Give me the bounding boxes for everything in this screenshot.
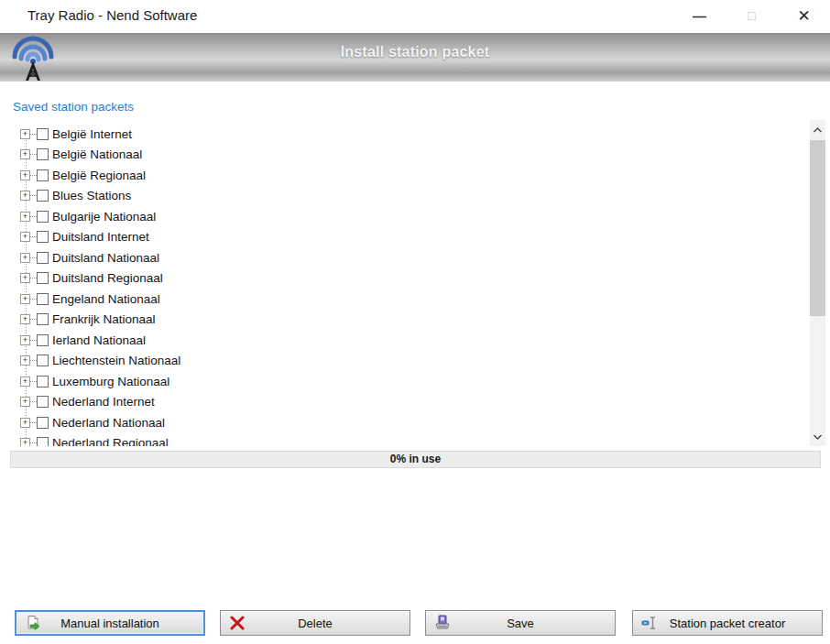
manual-installation-button[interactable]: Manual installation	[15, 610, 205, 636]
tree-scrollbar[interactable]	[810, 120, 825, 446]
saved-station-packets-link[interactable]: Saved station packets	[13, 100, 134, 114]
tree-connector	[30, 299, 37, 300]
tree-row: + Ierland Nationaal	[7, 330, 825, 351]
button-label: Save	[426, 617, 615, 630]
expand-plus-icon[interactable]: +	[20, 397, 30, 407]
station-label[interactable]: Bulgarije Nationaal	[52, 210, 156, 224]
header-banner: Install station packet	[0, 33, 830, 82]
station-checkbox[interactable]	[37, 169, 49, 181]
expand-plus-icon[interactable]: +	[20, 294, 30, 304]
delete-button[interactable]: Delete	[220, 610, 410, 636]
expand-plus-icon[interactable]: +	[20, 438, 30, 446]
station-checkbox[interactable]	[37, 252, 49, 264]
tree-row: + Nederland Internet	[7, 392, 825, 413]
station-label[interactable]: Nederland Nationaal	[52, 416, 165, 430]
progress-bar: 0% in use	[10, 451, 821, 468]
station-checkbox[interactable]	[37, 313, 49, 325]
station-packet-creator-button[interactable]: Station packet creator	[632, 610, 823, 636]
expand-plus-icon[interactable]: +	[20, 335, 30, 345]
delete-x-icon	[229, 615, 246, 631]
tree-row: + Bulgarije Nationaal	[7, 206, 825, 227]
tree-connector	[30, 442, 37, 443]
station-label[interactable]: Blues Stations	[52, 189, 131, 202]
scrollbar-thumb[interactable]	[810, 140, 825, 316]
window-title: Tray Radio - Nend Software	[27, 7, 197, 23]
station-checkbox[interactable]	[37, 334, 49, 346]
tree-connector	[30, 236, 37, 237]
expand-plus-icon[interactable]: +	[20, 377, 30, 387]
tree-row: + Duitsland Internet	[7, 227, 825, 248]
station-label[interactable]: Duitsland Nationaal	[52, 251, 159, 265]
tree-connector	[30, 401, 37, 402]
save-button[interactable]: Save	[425, 610, 616, 636]
expand-plus-icon[interactable]: +	[20, 253, 30, 263]
expand-plus-icon[interactable]: +	[20, 273, 30, 283]
tree-row: + België Regionaal	[7, 165, 825, 186]
station-label[interactable]: Nederland Regionaal	[52, 436, 169, 446]
tree-connector	[30, 175, 37, 176]
station-checkbox[interactable]	[37, 148, 49, 160]
expand-plus-icon[interactable]: +	[20, 149, 30, 159]
station-label[interactable]: Liechtenstein Nationaal	[52, 354, 180, 367]
station-checkbox[interactable]	[37, 355, 49, 366]
station-checkbox[interactable]	[37, 293, 49, 305]
expand-plus-icon[interactable]: +	[20, 212, 30, 222]
expand-plus-icon[interactable]: +	[20, 232, 30, 242]
tree-connector	[30, 195, 37, 196]
maximize-icon[interactable]: □	[726, 0, 778, 31]
expand-plus-icon[interactable]: +	[20, 355, 30, 366]
button-label: Station packet creator	[633, 617, 822, 630]
close-icon[interactable]: ✕	[778, 0, 830, 31]
expand-plus-icon[interactable]: +	[20, 314, 30, 324]
tree-connector	[30, 360, 37, 361]
station-checkbox[interactable]	[37, 128, 49, 140]
progress-label: 0% in use	[390, 453, 441, 465]
text-cursor-icon	[641, 615, 658, 631]
station-checkbox[interactable]	[37, 272, 49, 284]
window-controls: — □ ✕	[673, 0, 830, 31]
tree-connector	[30, 422, 37, 423]
station-checkbox[interactable]	[37, 190, 49, 202]
station-checkbox[interactable]	[37, 396, 49, 408]
tree-connector	[30, 134, 37, 135]
station-checkbox[interactable]	[37, 231, 49, 243]
tree-row: + Engeland Nationaal	[7, 289, 825, 310]
station-label[interactable]: Frankrijk Nationaal	[52, 312, 156, 326]
button-label: Manual installation	[16, 617, 203, 630]
station-checkbox[interactable]	[37, 211, 49, 223]
station-checkbox[interactable]	[37, 437, 49, 446]
station-checkbox[interactable]	[37, 417, 49, 429]
station-label[interactable]: Duitsland Regionaal	[52, 271, 163, 285]
station-label[interactable]: Duitsland Internet	[52, 230, 149, 244]
tree-row: + Frankrijk Nationaal	[7, 310, 825, 331]
station-label[interactable]: Luxemburg Nationaal	[52, 375, 169, 388]
station-label[interactable]: Nederland Internet	[52, 395, 155, 409]
station-checkbox[interactable]	[37, 376, 49, 387]
scroll-up-icon[interactable]	[810, 122, 825, 137]
header-title: Install station packet	[0, 44, 830, 60]
station-label[interactable]: Ierland Nationaal	[52, 333, 146, 347]
expand-plus-icon[interactable]: +	[20, 170, 30, 180]
scroll-down-icon[interactable]	[810, 429, 825, 444]
save-disk-icon	[434, 615, 451, 631]
tree-connector	[30, 340, 37, 341]
tree-row: + Blues Stations	[7, 186, 825, 207]
station-packet-tree: + België Internet + België Nationaal + B…	[7, 120, 825, 446]
station-label[interactable]: België Internet	[52, 127, 132, 141]
station-label[interactable]: België Regionaal	[52, 169, 146, 182]
minimize-icon[interactable]: —	[673, 0, 726, 31]
station-label[interactable]: België Nationaal	[52, 147, 142, 161]
tree-row: + België Internet	[7, 124, 825, 145]
radio-tower-icon	[7, 31, 59, 82]
expand-plus-icon[interactable]: +	[20, 129, 30, 139]
install-page-icon	[25, 615, 41, 631]
station-label[interactable]: Engeland Nationaal	[52, 292, 160, 306]
tree-row: + Luxemburg Nationaal	[7, 371, 825, 392]
tree-connector	[30, 278, 37, 278]
button-label: Delete	[221, 617, 410, 630]
tree-connector	[30, 257, 37, 258]
tree-row: + Liechtenstein Nationaal	[7, 351, 825, 372]
expand-plus-icon[interactable]: +	[20, 418, 30, 428]
titlebar: Tray Radio - Nend Software — □ ✕	[0, 0, 830, 31]
expand-plus-icon[interactable]: +	[20, 191, 30, 201]
